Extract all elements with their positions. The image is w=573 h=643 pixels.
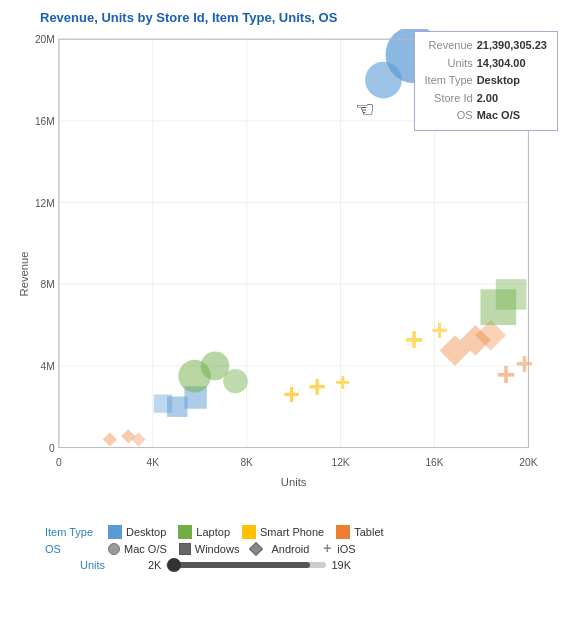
data-point-smartphone-large-1[interactable]: +	[405, 321, 424, 358]
desktop-label: Desktop	[126, 526, 166, 538]
smartphone-swatch	[242, 525, 256, 539]
x-tick-12k: 12K	[332, 457, 350, 468]
laptop-swatch	[178, 525, 192, 539]
legend-item-macos: Mac O/S	[108, 543, 167, 555]
legend-item-desktop: Desktop	[108, 525, 166, 539]
x-tick-4k: 4K	[147, 457, 160, 468]
tooltip-units-value: 14,304.00	[475, 55, 549, 73]
tooltip-box: Revenue 21,390,305.23 Units 14,304.00 It…	[414, 31, 558, 131]
chart-container: Revenue, Units by Store Id, Item Type, U…	[0, 0, 573, 643]
x-tick-20k: 20K	[519, 457, 537, 468]
tooltip-revenue-value: 21,390,305.23	[475, 37, 549, 55]
desktop-swatch	[108, 525, 122, 539]
tooltip-storeid-value: 2.00	[475, 90, 549, 108]
legend-item-ios: + iOS	[321, 543, 355, 555]
units-slider[interactable]	[166, 562, 326, 568]
tooltip-itemtype-label: Item Type	[423, 72, 475, 90]
y-tick-16m: 16M	[35, 116, 55, 127]
tooltip-itemtype-value: Desktop	[475, 72, 549, 90]
slider-min-value: 2K	[148, 559, 161, 571]
item-type-legend-label: Item Type	[45, 526, 100, 538]
ios-label: iOS	[337, 543, 355, 555]
tablet-swatch	[336, 525, 350, 539]
data-point-desktop-windows-3[interactable]	[154, 394, 172, 412]
y-tick-8m: 8M	[41, 279, 55, 290]
legend-item-tablet: Tablet	[336, 525, 383, 539]
legend-item-laptop: Laptop	[178, 525, 230, 539]
legend-area: Item Type Desktop Laptop Smart Phone Tab…	[10, 525, 563, 571]
data-point-laptop-3[interactable]	[223, 369, 248, 394]
chart-title: Revenue, Units by Store Id, Item Type, U…	[40, 10, 563, 25]
y-tick-4m: 4M	[41, 361, 55, 372]
tablet-label: Tablet	[354, 526, 383, 538]
chart-area: Revenue 21,390,305.23 Units 14,304.00 It…	[10, 29, 563, 519]
data-point-smartphone-1[interactable]: +	[283, 378, 300, 410]
data-point-smartphone-large-2[interactable]: +	[431, 314, 448, 346]
x-tick-0: 0	[56, 457, 62, 468]
ios-swatch: +	[321, 543, 333, 555]
data-point-smartphone-3[interactable]: +	[335, 367, 351, 397]
legend-item-android: Android	[251, 543, 309, 555]
android-swatch	[249, 542, 263, 556]
windows-swatch	[179, 543, 191, 555]
x-tick-8k: 8K	[240, 457, 253, 468]
macos-label: Mac O/S	[124, 543, 167, 555]
tooltip-os-label: OS	[423, 107, 475, 125]
slider-fill	[174, 562, 310, 568]
data-point-desktop-macos-med[interactable]	[365, 62, 402, 99]
slider-max-value: 19K	[331, 559, 351, 571]
android-label: Android	[271, 543, 309, 555]
tooltip-storeid-label: Store Id	[423, 90, 475, 108]
tooltip-units-label: Units	[423, 55, 475, 73]
legend-item-windows: Windows	[179, 543, 240, 555]
y-tick-0: 0	[49, 443, 55, 454]
tooltip-os-value: Mac O/S	[475, 107, 549, 125]
legend-item-smartphone: Smart Phone	[242, 525, 324, 539]
x-axis-label: Units	[281, 476, 307, 488]
item-type-legend-row: Item Type Desktop Laptop Smart Phone Tab…	[45, 525, 563, 539]
y-tick-20m: 20M	[35, 34, 55, 45]
os-legend-row: OS Mac O/S Windows Android + iOS	[45, 543, 563, 555]
macos-swatch	[108, 543, 120, 555]
y-tick-12m: 12M	[35, 198, 55, 209]
slider-thumb-left[interactable]	[167, 558, 181, 572]
laptop-label: Laptop	[196, 526, 230, 538]
slider-label: Units	[80, 559, 135, 571]
tooltip-revenue-label: Revenue	[423, 37, 475, 55]
x-tick-16k: 16K	[425, 457, 443, 468]
smartphone-label: Smart Phone	[260, 526, 324, 538]
data-point-laptop-large-2[interactable]	[496, 279, 527, 310]
data-point-tablet-ios-1[interactable]: +	[496, 356, 515, 393]
os-legend-label: OS	[45, 543, 100, 555]
data-point-smartphone-2[interactable]: +	[308, 368, 326, 402]
data-point-tablet-ios-2[interactable]: +	[515, 346, 533, 380]
y-axis-label: Revenue	[18, 252, 30, 297]
windows-label: Windows	[195, 543, 240, 555]
slider-row: Units 2K 19K	[45, 559, 563, 571]
